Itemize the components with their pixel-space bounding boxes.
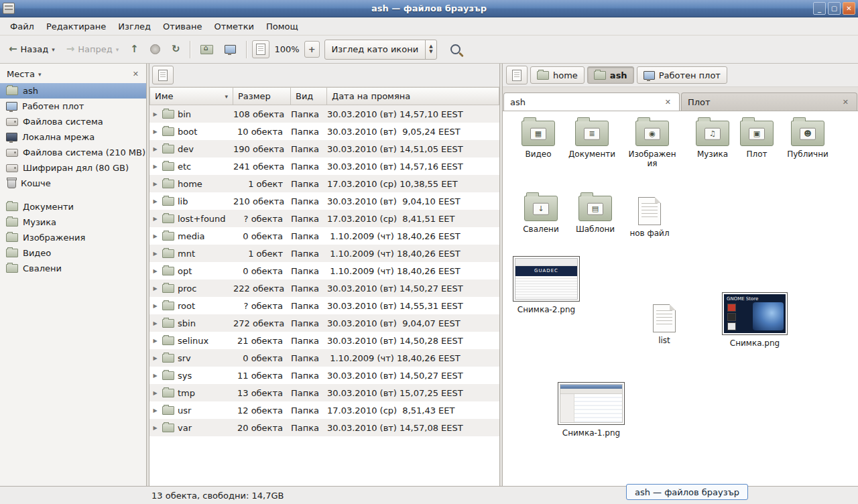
sidebar-item-документи[interactable]: Документи — [0, 199, 146, 214]
column-header-name[interactable]: Име ▾ — [149, 87, 233, 105]
computer-button[interactable] — [220, 40, 241, 58]
list-item[interactable]: ↓Свалени — [519, 196, 563, 234]
minimize-button[interactable]: _ — [813, 2, 826, 15]
sidebar-item-музика[interactable]: Музика — [0, 214, 146, 230]
menu-item[interactable]: Редактиране — [40, 19, 112, 34]
table-row[interactable]: ▶usr12 обектаПапка17.03.2010 (ср) 8,51,4… — [149, 401, 499, 419]
reload-button[interactable]: ↻ — [167, 40, 185, 59]
maximize-button[interactable]: ▢ — [828, 2, 841, 15]
stop-button[interactable] — [145, 40, 165, 59]
tab-плот[interactable]: Плот✕ — [681, 92, 857, 111]
expander-icon[interactable]: ▶ — [151, 251, 159, 257]
table-row[interactable]: ▶srv0 обектаПапка 1.10.2009 (чт) 18,40,2… — [149, 349, 499, 367]
expander-icon[interactable]: ▶ — [151, 355, 159, 361]
table-row[interactable]: ▶lib210 обектаПапка30.03.2010 (вт) 9,04,… — [149, 192, 499, 210]
table-row[interactable]: ▶sys11 обектаПапка30.03.2010 (вт) 14,50,… — [149, 367, 499, 384]
expander-icon[interactable]: ▶ — [151, 390, 159, 396]
zoom-out-button[interactable] — [252, 40, 269, 58]
column-header-size[interactable]: Размер — [233, 87, 291, 105]
table-row[interactable]: ▶tmp13 обектаПапка30.03.2010 (вт) 15,07,… — [149, 384, 499, 401]
tab-ash[interactable]: ash✕ — [503, 92, 680, 111]
expander-icon[interactable]: ▶ — [151, 216, 159, 222]
list-item[interactable]: ≣Документи — [563, 121, 621, 159]
expander-icon[interactable]: ▶ — [151, 146, 159, 152]
menu-item[interactable]: Файл — [4, 19, 40, 34]
expander-icon[interactable]: ▶ — [151, 373, 159, 379]
view-mode-spinner-icon[interactable]: ▲▼ — [425, 40, 436, 59]
menu-item[interactable]: Изглед — [112, 19, 157, 34]
places-close-icon[interactable]: ✕ — [131, 69, 141, 79]
column-header-date[interactable]: Дата на промяна — [327, 87, 499, 105]
table-row[interactable]: ▶media0 обектаПапка 1.10.2009 (чт) 18,40… — [149, 227, 499, 245]
list-item[interactable]: Снимка-1.png — [556, 382, 626, 438]
expander-icon[interactable]: ▶ — [151, 233, 159, 239]
expander-icon[interactable]: ▶ — [151, 111, 159, 117]
table-row[interactable]: ▶boot10 обектаПапка30.03.2010 (вт) 9,05,… — [149, 123, 499, 140]
close-button[interactable]: ✕ — [843, 2, 855, 15]
table-row[interactable]: ▶mnt1 обектПапка 1.10.2009 (чт) 18,40,26… — [149, 245, 499, 262]
expander-icon[interactable]: ▶ — [151, 164, 159, 170]
list-item[interactable]: ▤Шаблони — [571, 196, 619, 234]
expander-icon[interactable]: ▶ — [151, 198, 159, 204]
sidebar-item-локална-мрежа[interactable]: Локална мрежа — [0, 129, 146, 145]
expander-icon[interactable]: ▶ — [151, 320, 159, 326]
list-item[interactable]: ▣Плот — [739, 121, 775, 159]
sidebar-item-шифриран-дял-80-gb-[interactable]: Шифриран дял (80 GB) — [0, 160, 146, 176]
expander-icon[interactable]: ▶ — [151, 129, 159, 135]
table-row[interactable]: ▶proc222 обектаПапка30.03.2010 (вт) 14,5… — [149, 279, 499, 297]
list-item[interactable]: ♫Музика — [692, 121, 733, 159]
back-button[interactable]: ← Назад ▾ — [4, 40, 60, 59]
table-row[interactable]: ▶var20 обектаПапка30.03.2010 (вт) 14,57,… — [149, 419, 499, 436]
menu-item[interactable]: Отметки — [208, 19, 259, 34]
table-row[interactable]: ▶opt0 обектаПапка 1.10.2009 (чт) 18,40,2… — [149, 262, 499, 279]
table-row[interactable]: ▶root? обектаПапка30.03.2010 (вт) 14,55,… — [149, 297, 499, 314]
tab-close-icon[interactable]: ✕ — [841, 97, 851, 107]
tab-close-icon[interactable]: ✕ — [663, 97, 673, 107]
back-history-chevron-icon[interactable]: ▾ — [52, 46, 55, 53]
breadcrumb-ash[interactable]: ash — [587, 66, 634, 84]
table-row[interactable]: ▶home1 обектПапка17.03.2010 (ср) 10,38,5… — [149, 175, 499, 192]
table-row[interactable]: ▶selinux21 обектаПапка30.03.2010 (вт) 14… — [149, 332, 499, 349]
table-row[interactable]: ▶etc241 обектаПапка30.03.2010 (вт) 14,57… — [149, 158, 499, 175]
location-toggle-button[interactable] — [152, 66, 174, 84]
list-item[interactable]: нов файл — [627, 197, 672, 238]
sidebar-item-ash[interactable]: ash — [0, 83, 146, 99]
list-item[interactable]: ☻Публични — [783, 121, 833, 159]
sidebar-item-файлова-система-210-mb-[interactable]: Файлова система (210 MB) — [0, 145, 146, 160]
forward-button[interactable]: → Напред ▾ — [62, 40, 124, 59]
table-row[interactable]: ▶dev190 обектаПапка30.03.2010 (вт) 14,51… — [149, 140, 499, 158]
sidebar-item-видео[interactable]: Видео — [0, 245, 146, 261]
list-item[interactable]: GNOME StoreСнимка.png — [719, 292, 791, 348]
taskbar-window-button[interactable]: ash — файлов браузър — [626, 484, 748, 500]
table-row[interactable]: ▶lost+found? обектаПапка17.03.2010 (ср) … — [149, 210, 499, 227]
home-button[interactable] — [196, 40, 218, 59]
list-item[interactable]: ◉Изображения — [627, 121, 677, 168]
expander-icon[interactable]: ▶ — [151, 407, 159, 414]
sidebar-item-изображения[interactable]: Изображения — [0, 230, 146, 245]
list-item[interactable]: GUADECСнимка-2.png — [512, 256, 580, 314]
breadcrumb-работен-плот[interactable]: Работен плот — [637, 66, 727, 84]
sidebar-item-кошче[interactable]: Кошче — [0, 176, 146, 191]
table-row[interactable]: ▶sbin272 обектаПапка30.03.2010 (вт) 9,04… — [149, 314, 499, 332]
expander-icon[interactable]: ▶ — [151, 181, 159, 187]
zoom-in-button[interactable]: + — [304, 41, 320, 58]
table-row[interactable]: ▶bin108 обектаПапка30.03.2010 (вт) 14,57… — [149, 105, 499, 123]
expander-icon[interactable]: ▶ — [151, 286, 159, 292]
pathbar-root-button[interactable] — [506, 66, 528, 84]
breadcrumb-home[interactable]: home — [530, 66, 585, 84]
view-mode-select[interactable]: Изглед като икони ▲▼ — [324, 40, 437, 60]
search-button[interactable] — [444, 38, 467, 60]
list-item[interactable]: ▦Видео — [516, 121, 560, 159]
sidebar-item-свалени[interactable]: Свалени — [0, 261, 146, 276]
expander-icon[interactable]: ▶ — [151, 338, 159, 344]
sidebar-item-файлова-система[interactable]: Файлова система — [0, 114, 146, 129]
sidebar-item-работен-плот[interactable]: Работен плот — [0, 99, 146, 114]
list-item[interactable]: list — [644, 304, 685, 345]
places-chevron-icon[interactable]: ▾ — [38, 71, 42, 78]
menu-item[interactable]: Помощ — [260, 19, 304, 34]
expander-icon[interactable]: ▶ — [151, 303, 159, 309]
expander-icon[interactable]: ▶ — [151, 425, 159, 431]
up-button[interactable]: ↑ — [125, 40, 143, 59]
menu-item[interactable]: Отиване — [157, 19, 208, 34]
expander-icon[interactable]: ▶ — [151, 268, 159, 274]
